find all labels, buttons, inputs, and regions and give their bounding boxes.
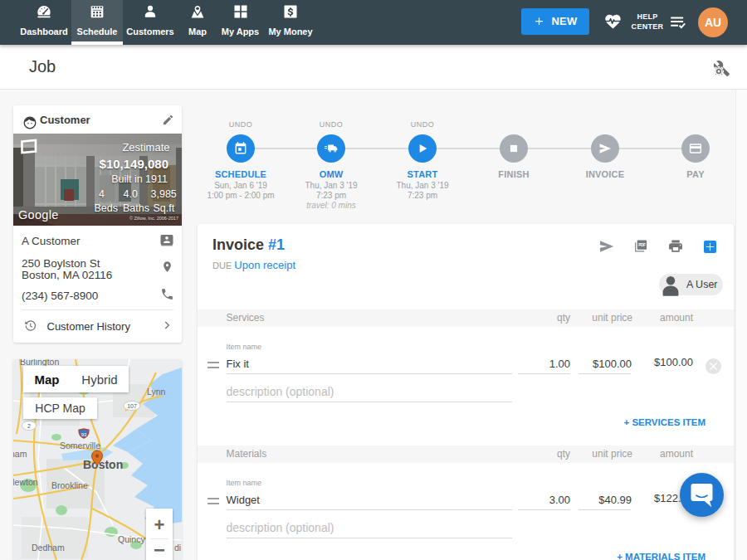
svg-text:Lynn: Lynn xyxy=(147,387,166,397)
svg-text:107: 107 xyxy=(127,403,137,409)
svg-text:Quincy: Quincy xyxy=(118,534,145,544)
svg-text:di: di xyxy=(174,543,181,553)
svg-text:Somerville: Somerville xyxy=(60,441,100,450)
svg-text:Dedham: Dedham xyxy=(32,543,65,553)
svg-text:Brookline: Brookline xyxy=(51,480,88,490)
svg-text:Newton: Newton xyxy=(13,477,38,487)
svg-text:Boston: Boston xyxy=(83,458,123,471)
svg-text:93: 93 xyxy=(81,432,87,437)
svg-text:ham: ham xyxy=(13,449,27,459)
svg-text:2: 2 xyxy=(27,423,31,429)
svg-text:PDF: PDF xyxy=(638,243,646,247)
